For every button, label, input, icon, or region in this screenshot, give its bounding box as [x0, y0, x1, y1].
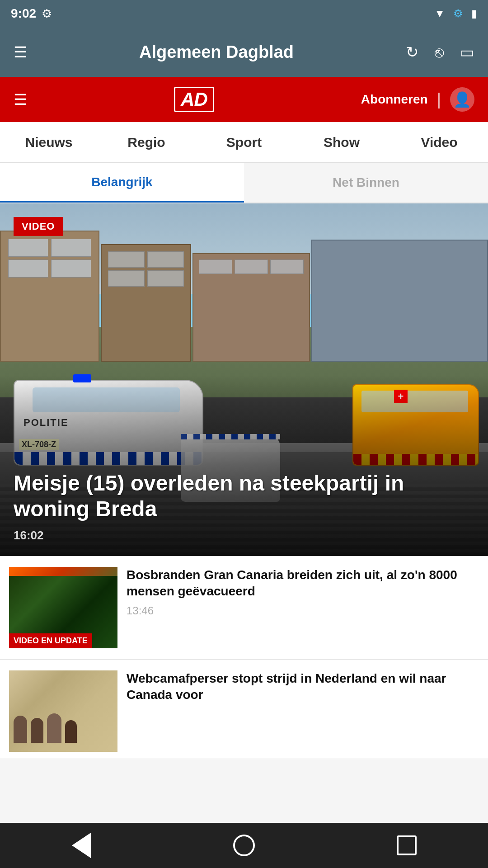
user-icon: 👤 — [453, 91, 471, 108]
status-left: 9:02 ⚙ — [11, 6, 52, 21]
battery-icon: ▮ — [471, 7, 477, 20]
recents-button[interactable] — [391, 830, 422, 861]
red-header-right: Abonneren | 👤 — [361, 87, 474, 112]
hero-title: Meisje (15) overleden na steekpartij in … — [14, 470, 474, 522]
back-icon — [72, 833, 91, 858]
nav-tab-sport[interactable]: Sport — [195, 122, 293, 162]
hamburger-white-icon[interactable]: ☰ — [14, 90, 27, 108]
thumb-badge-1: VIDEO EN UPDATE — [9, 633, 92, 648]
sub-tab-belangrijk[interactable]: Belangrijk — [0, 163, 244, 203]
red-header-wrapper: ☰ AD Abonneren | 👤 — [14, 87, 474, 112]
cast-icon[interactable]: ▭ — [460, 43, 474, 61]
building-3 — [192, 253, 310, 362]
bottom-nav — [0, 823, 488, 868]
app-bar-icons: ↻ ⎋ ▭ — [406, 43, 474, 61]
news-time-1: 13:46 — [127, 604, 479, 617]
hero-article[interactable]: XL-708-Z POLITIE + VIDEO Meisje (15) ove… — [0, 203, 488, 556]
news-title-2: Webcamafperser stopt strijd in Nederland… — [127, 670, 479, 703]
bluetooth-icon: ⚙ — [453, 7, 463, 20]
thumb-image-2 — [9, 670, 117, 752]
status-right: ▼ ⚙ ▮ — [434, 7, 477, 20]
status-bar: 9:02 ⚙ ▼ ⚙ ▮ — [0, 0, 488, 27]
hero-time: 16:02 — [14, 528, 474, 542]
sub-tab-net-binnen[interactable]: Net Binnen — [244, 163, 488, 203]
building-4 — [311, 240, 488, 362]
nav-tab-nieuws[interactable]: Nieuws — [0, 122, 98, 162]
app-bar: ☰ Algemeen Dagblad ↻ ⎋ ▭ — [0, 27, 488, 77]
abonneren-button[interactable]: Abonneren — [361, 92, 428, 107]
app-bar-title: Algemeen Dagblad — [139, 42, 294, 62]
status-time: 9:02 — [11, 6, 36, 21]
news-thumb-2 — [9, 670, 117, 752]
video-badge: VIDEO — [14, 217, 63, 236]
windows-1 — [1, 231, 99, 285]
news-item-2[interactable]: Webcamafperser stopt strijd in Nederland… — [0, 660, 488, 759]
divider: | — [437, 90, 441, 109]
share-icon[interactable]: ⎋ — [435, 43, 444, 61]
news-content-1: Bosbranden Gran Canaria breiden zich uit… — [127, 567, 479, 617]
nav-tab-show[interactable]: Show — [293, 122, 390, 162]
ad-logo[interactable]: AD — [174, 87, 214, 112]
refresh-icon[interactable]: ↻ — [406, 43, 418, 61]
red-header: ☰ AD Abonneren | 👤 — [0, 77, 488, 122]
back-button[interactable] — [66, 830, 97, 861]
settings-icon: ⚙ — [42, 7, 52, 21]
building-2 — [101, 244, 191, 362]
home-button[interactable] — [228, 830, 260, 861]
recents-icon — [397, 835, 417, 855]
news-item-1[interactable]: VIDEO EN UPDATE Bosbranden Gran Canaria … — [0, 556, 488, 660]
home-icon — [233, 835, 255, 856]
nav-tab-video[interactable]: Video — [390, 122, 488, 162]
building-1 — [0, 231, 99, 362]
nav-tabs: Nieuws Regio Sport Show Video — [0, 122, 488, 163]
sub-tabs: Belangrijk Net Binnen — [0, 163, 488, 203]
news-content-2: Webcamafperser stopt strijd in Nederland… — [127, 670, 479, 708]
buildings-row — [0, 217, 488, 362]
news-title-1: Bosbranden Gran Canaria breiden zich uit… — [127, 567, 479, 600]
windows-2 — [102, 245, 190, 293]
wifi-icon: ▼ — [434, 7, 445, 20]
hamburger-menu-icon[interactable]: ☰ — [14, 43, 27, 61]
windows-3 — [193, 254, 309, 279]
user-profile-button[interactable]: 👤 — [450, 87, 474, 112]
hero-text: Meisje (15) overleden na steekpartij in … — [14, 470, 474, 542]
nav-tab-regio[interactable]: Regio — [98, 122, 195, 162]
news-thumb-1: VIDEO EN UPDATE — [9, 567, 117, 648]
